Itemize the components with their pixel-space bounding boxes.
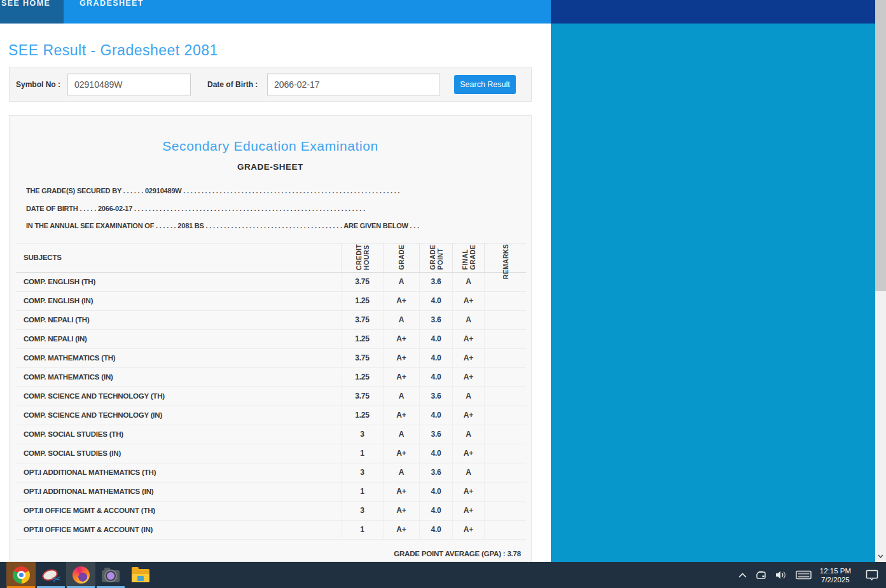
cell-credit-hours: 3.75 <box>341 273 383 291</box>
nav-tab-gradesheet[interactable]: GRADESHEET <box>64 0 160 24</box>
cell-final-grade: A <box>452 387 484 406</box>
cell-grade-point: 3.6 <box>419 311 452 329</box>
cell-final-grade: A+ <box>452 482 484 501</box>
cell-subject: OPT.I ADDITIONAL MATHEMATICS (TH) <box>16 463 341 482</box>
taskbar-clock[interactable]: 12:15 PM 7/2/2025 <box>820 566 851 584</box>
cell-final-grade: A+ <box>452 406 484 425</box>
cell-credit-hours: 1 <box>341 444 383 463</box>
cell-remarks <box>484 387 526 406</box>
cell-credit-hours: 1 <box>341 521 383 539</box>
cell-credit-hours: 1.25 <box>341 330 383 348</box>
cell-subject: OPT.II OFFICE MGMT & ACCOUNT (TH) <box>16 502 341 520</box>
cell-grade: A <box>383 387 419 406</box>
cell-grade-point: 4.0 <box>419 349 452 367</box>
col-header-remarks: REMARKS <box>484 243 526 272</box>
table-row: OPT.I ADDITIONAL MATHEMATICS (IN)1A+4.0A… <box>16 482 526 502</box>
gpa-summary: GRADE POINT AVERAGE (GPA) : 3.78 <box>16 550 526 557</box>
cell-grade-point: 3.6 <box>419 273 452 291</box>
cell-credit-hours: 3 <box>341 502 383 520</box>
gradesheet-title: Secondary Education Examination <box>10 139 531 154</box>
cell-grade: A+ <box>383 482 419 501</box>
secured-by-line: THE GRADE(S) SECURED BY . . . . . . 0291… <box>26 182 517 200</box>
tray-screen-sync-icon[interactable] <box>755 570 767 580</box>
search-result-button[interactable]: Search Result <box>454 75 516 94</box>
table-row: OPT.II OFFICE MGMT & ACCOUNT (TH)3A+4.0A… <box>16 502 526 521</box>
col-header-credit-hours: CREDIT HOURS <box>341 243 383 272</box>
cell-final-grade: A <box>452 425 484 444</box>
cell-subject: COMP. SOCIAL STUDIES (TH) <box>16 425 341 444</box>
tray-keyboard-icon[interactable] <box>796 570 812 580</box>
cell-remarks <box>484 425 526 444</box>
table-header-row: SUBJECTS CREDIT HOURS GRADE GRADE POINT … <box>16 243 526 273</box>
cell-credit-hours: 3 <box>341 425 383 444</box>
cell-subject: COMP. SCIENCE AND TECHNOLOGY (IN) <box>16 406 341 425</box>
gradesheet-card: Secondary Education Examination GRADE-SH… <box>9 115 532 562</box>
cell-grade: A <box>383 273 419 291</box>
cell-remarks <box>484 444 526 463</box>
action-center-icon[interactable] <box>866 570 878 580</box>
date-of-birth-input[interactable] <box>267 73 440 95</box>
grades-table: SUBJECTS CREDIT HOURS GRADE GRADE POINT … <box>16 243 526 557</box>
taskbar-file-explorer-button[interactable] <box>126 562 155 588</box>
cell-credit-hours: 3.75 <box>341 349 383 367</box>
cell-grade: A+ <box>383 368 419 386</box>
cell-final-grade: A+ <box>452 444 484 463</box>
cell-remarks <box>484 521 526 539</box>
symbol-no-input[interactable] <box>67 73 191 95</box>
symbol-no-label: Symbol No : <box>16 80 60 89</box>
cell-credit-hours: 1 <box>341 482 383 501</box>
cell-grade-point: 3.6 <box>419 387 452 406</box>
nav-tab-see-home[interactable]: SEE HOME <box>0 0 64 24</box>
navbar-right-filler <box>551 0 875 24</box>
cell-subject: COMP. SCIENCE AND TECHNOLOGY (TH) <box>16 387 341 406</box>
taskbar-apps: ✂ <box>6 562 156 588</box>
cell-final-grade: A <box>452 311 484 329</box>
cell-final-grade: A <box>452 273 484 291</box>
table-row: COMP. MATHEMATICS (IN)1.25A+4.0A+ <box>16 368 526 387</box>
date-of-birth-label: Date of Birth : <box>207 80 258 89</box>
page-title: SEE Result - Gradesheet 2081 <box>8 42 218 59</box>
cell-subject: COMP. NEPALI (IN) <box>16 330 341 348</box>
tray-chevron-up-icon[interactable] <box>738 573 747 578</box>
cell-grade: A+ <box>383 444 419 463</box>
cell-remarks <box>484 482 526 501</box>
file-explorer-icon <box>132 569 149 582</box>
cell-subject: OPT.II OFFICE MGMT & ACCOUNT (IN) <box>16 521 341 539</box>
cell-remarks <box>484 349 526 367</box>
cell-grade-point: 4.0 <box>419 406 452 425</box>
desktop-screen: SEE HOME GRADESHEET SEE Result - Gradesh… <box>0 0 886 588</box>
cell-grade: A <box>383 425 419 444</box>
cell-subject: COMP. ENGLISH (TH) <box>16 273 341 291</box>
cell-final-grade: A+ <box>452 349 484 367</box>
scrollbar-down-arrow-icon[interactable] <box>875 550 886 562</box>
table-row: COMP. SCIENCE AND TECHNOLOGY (IN)1.25A+4… <box>16 406 526 425</box>
cell-grade: A <box>383 311 419 329</box>
vertical-scrollbar[interactable] <box>875 0 886 562</box>
taskbar-firefox-button[interactable] <box>66 562 95 588</box>
cell-remarks <box>484 292 526 310</box>
cell-credit-hours: 1.25 <box>341 368 383 386</box>
table-row: COMP. NEPALI (IN)1.25A+4.0A+ <box>16 330 526 349</box>
nav-tab-label: SEE HOME <box>1 0 50 8</box>
cell-final-grade: A+ <box>452 502 484 520</box>
col-header-subjects: SUBJECTS <box>16 243 341 272</box>
taskbar-camera-button[interactable] <box>96 562 125 588</box>
table-row: COMP. ENGLISH (IN)1.25A+4.0A+ <box>16 292 526 311</box>
cell-final-grade: A+ <box>452 521 484 539</box>
cell-subject: COMP. ENGLISH (IN) <box>16 292 341 310</box>
search-form: Symbol No : Date of Birth : Search Resul… <box>9 67 532 102</box>
tray-volume-icon[interactable] <box>775 570 787 580</box>
examination-year-line: IN THE ANNUAL SEE EXAMINATION OF . . . .… <box>26 217 517 235</box>
windows-taskbar: ✂ <box>0 562 886 588</box>
scrollbar-thumb[interactable] <box>875 0 886 291</box>
taskbar-snipping-tool-button[interactable]: ✂ <box>36 562 66 588</box>
cell-remarks <box>484 406 526 425</box>
taskbar-chrome-button[interactable] <box>6 562 36 588</box>
cell-final-grade: A <box>452 463 484 482</box>
snipping-tool-icon: ✂ <box>41 566 60 584</box>
cell-grade-point: 4.0 <box>419 292 452 310</box>
table-row: COMP. ENGLISH (TH)3.75A3.6A <box>16 273 526 292</box>
cell-final-grade: A+ <box>452 330 484 348</box>
cell-grade-point: 4.0 <box>419 444 452 463</box>
table-row: COMP. NEPALI (TH)3.75A3.6A <box>16 311 526 330</box>
